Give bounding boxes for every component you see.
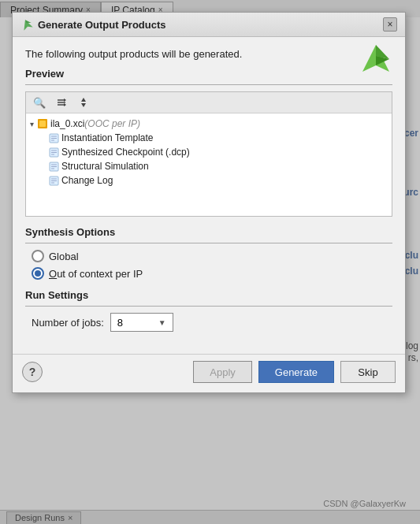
tree-item-1[interactable]: Instantiation Template: [26, 131, 392, 145]
svg-marker-9: [64, 103, 66, 106]
tree-item-root[interactable]: ▾ ila_0.xci (OOC per IP): [26, 117, 392, 131]
run-settings-divider: [25, 306, 392, 307]
tree-item-2[interactable]: Synthesized Checkpoint (.dcp): [26, 145, 392, 159]
tree-area[interactable]: ▾ ila_0.xci (OOC per IP): [26, 113, 392, 216]
footer-right: Apply Generate Skip: [193, 361, 396, 383]
run-settings-header: Run Settings: [25, 289, 392, 301]
tree-label-4: Change Log: [61, 175, 113, 186]
tree-icon-4: [48, 175, 59, 186]
tree-label-1: Instantiation Template: [61, 132, 154, 143]
footer-left: ?: [22, 362, 43, 382]
jobs-value: 8: [117, 317, 123, 329]
doc-icon-3: [49, 162, 59, 172]
dialog-title-text: Generate Output Products: [38, 19, 166, 31]
preview-toolbar: 🔍: [26, 92, 392, 113]
tree-item-4[interactable]: Change Log: [26, 173, 392, 188]
synthesis-options-section: Synthesis Options Global Out of context …: [25, 226, 392, 280]
preview-divider: [25, 84, 392, 85]
expand-collapse-icon: [55, 96, 68, 109]
generate-button[interactable]: Generate: [258, 361, 334, 383]
jobs-label: Number of jobs:: [32, 317, 104, 329]
tree-label-root: ila_0.xci: [50, 118, 84, 129]
search-button[interactable]: 🔍: [31, 95, 48, 110]
radio-label-global: Global: [49, 251, 79, 262]
tree-item-3[interactable]: Structural Simulation: [26, 159, 392, 173]
doc-icon-2: [49, 147, 59, 158]
radio-dot-ooc: [35, 270, 41, 277]
jobs-row: Number of jobs: 8 ▼: [32, 313, 392, 332]
tree-icon-3: [48, 161, 59, 172]
jobs-select[interactable]: 8 ▼: [110, 313, 173, 332]
sort-button[interactable]: [75, 95, 92, 110]
radio-label-ooc: Out of context per IP: [49, 268, 143, 280]
radio-group-synthesis: Global Out of context per IP: [32, 250, 392, 280]
vivado-icon: [20, 18, 33, 31]
tree-expand-root[interactable]: ▾: [26, 118, 37, 129]
xci-file-icon: [37, 118, 48, 129]
doc-icon-4: [49, 176, 59, 186]
radio-ooc[interactable]: Out of context per IP: [32, 267, 392, 280]
message-area: The following output products will be ge…: [25, 48, 392, 60]
svg-marker-0: [20, 18, 32, 30]
radio-global[interactable]: Global: [32, 250, 392, 262]
synthesis-options-header: Synthesis Options: [25, 226, 392, 238]
generate-output-dialog: Generate Output Products × The following…: [12, 12, 406, 393]
dialog-message: The following output products will be ge…: [25, 48, 392, 60]
dialog-body: The following output products will be ge…: [13, 37, 405, 354]
dialog-footer: ? Apply Generate Skip: [13, 354, 405, 392]
sort-icon: [77, 96, 90, 109]
svg-marker-8: [64, 98, 66, 102]
expand-collapse-button[interactable]: [53, 95, 70, 110]
preview-header: Preview: [25, 68, 392, 80]
preview-container: 🔍: [25, 91, 392, 217]
tree-label-3: Structural Simulation: [61, 161, 149, 172]
vivado-logo: [359, 42, 392, 77]
dialog-close-button[interactable]: ×: [383, 17, 397, 32]
help-button[interactable]: ?: [22, 362, 43, 382]
svg-marker-10: [81, 98, 86, 102]
dialog-titlebar: Generate Output Products ×: [13, 13, 405, 37]
run-settings-section: Run Settings Number of jobs: 8 ▼: [25, 289, 392, 332]
synthesis-divider: [25, 243, 392, 243]
skip-button[interactable]: Skip: [340, 361, 396, 383]
svg-marker-11: [81, 103, 86, 107]
dialog-title-left: Generate Output Products: [20, 18, 166, 31]
doc-icon-1: [49, 133, 59, 143]
radio-circle-global: [32, 250, 44, 262]
tree-icon-1: [48, 132, 59, 143]
dropdown-arrow-icon: ▼: [158, 318, 166, 327]
apply-button[interactable]: Apply: [193, 361, 252, 383]
tree-icon-root: [37, 118, 48, 129]
radio-circle-ooc: [32, 267, 44, 280]
svg-rect-13: [39, 121, 46, 127]
tree-label-2: Synthesized Checkpoint (.dcp): [61, 147, 190, 158]
tree-label-ooc: (OOC per IP): [84, 118, 140, 129]
tree-icon-2: [48, 147, 59, 158]
preview-section: Preview 🔍: [25, 68, 392, 217]
